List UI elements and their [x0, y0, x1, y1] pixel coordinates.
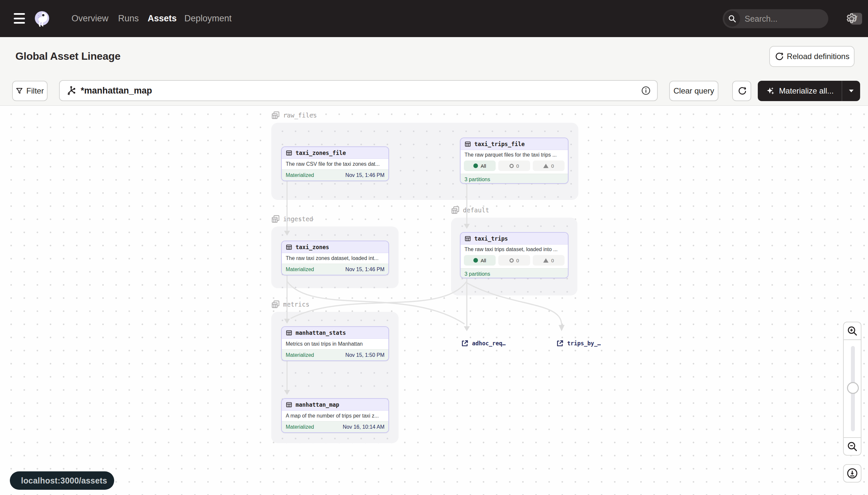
search-icon [724, 11, 740, 27]
asset-description: The raw parquet files for the taxi trips… [461, 150, 568, 160]
download-graph-button[interactable] [843, 464, 862, 482]
lineage-canvas[interactable]: raw_files ingested default metrics [0, 106, 868, 495]
nav-runs[interactable]: Runs [118, 0, 139, 37]
url-text: localhost:3000/assets [21, 476, 107, 485]
asset-footer: Materialized Nov 15, 1:46 PM [282, 169, 388, 181]
asset-node-header: taxi_zones_file [282, 147, 388, 159]
partition-health-pills: All 0 0 [461, 254, 568, 268]
asset-description: A map of the number of trips per taxi z.… [282, 411, 388, 421]
asset-graph-icon [66, 86, 76, 96]
table-icon [464, 235, 471, 242]
materialized-status: Materialized [286, 267, 314, 272]
asset-footer: Materialized Nov 15, 1:50 PM [282, 349, 388, 360]
external-link-icon [461, 339, 469, 347]
asset-footer: Materialized Nov 16, 10:14 AM [282, 421, 388, 432]
asset-node-taxi-trips[interactable]: taxi_trips The raw taxi trips dataset, l… [460, 232, 568, 278]
materialized-timestamp: Nov 15, 1:50 PM [346, 352, 385, 358]
page-title: Global Asset Lineage [15, 50, 120, 62]
table-icon [286, 329, 292, 336]
query-value[interactable] [81, 86, 641, 96]
table-icon [286, 150, 292, 156]
failed-triangle-icon [543, 258, 548, 262]
zoom-out-button[interactable] [843, 437, 862, 456]
asset-description: The raw taxi trips dataset, loaded into … [461, 244, 568, 254]
filter-button[interactable]: Filter [12, 81, 48, 101]
zoom-out-icon [847, 441, 857, 452]
materialized-timestamp: Nov 15, 1:46 PM [346, 267, 385, 272]
table-icon [286, 402, 292, 408]
partitions-missing-pill[interactable]: 0 [498, 255, 530, 266]
global-search[interactable]: / [723, 9, 828, 28]
asset-description: Metrics on taxi trips in Manhattan [282, 339, 388, 349]
group-tables-icon [271, 111, 280, 119]
asset-title: taxi_zones [296, 244, 329, 251]
partitions-all-pill[interactable]: All [464, 160, 496, 171]
partitions-missing-pill[interactable]: 0 [498, 160, 530, 171]
asset-node-header: taxi_trips [461, 233, 568, 244]
failed-triangle-icon [543, 164, 548, 168]
nav-assets[interactable]: Assets [148, 0, 177, 37]
partitions-count: 3 partitions [464, 176, 490, 183]
success-dot-icon [473, 258, 478, 262]
menu-icon[interactable] [14, 13, 25, 24]
partitions-failed-pill[interactable]: 0 [533, 255, 565, 266]
lineage-toolbar: Filter Clear query [0, 75, 868, 106]
group-tables-icon [451, 206, 460, 214]
asset-node-header: taxi_trips_file [461, 138, 568, 150]
external-asset-link-trips-by[interactable]: trips_by_… [556, 339, 601, 347]
refresh-icon [775, 52, 783, 61]
asset-query-input[interactable] [59, 80, 658, 101]
asset-title: manhattan_map [296, 402, 339, 408]
missing-ring-icon [510, 258, 514, 262]
asset-footer: 3 partitions [461, 174, 568, 184]
reload-definitions-button[interactable]: Reload definitions [769, 46, 854, 67]
refresh-icon [738, 87, 746, 95]
missing-ring-icon [510, 164, 514, 168]
asset-node-manhattan-map[interactable]: manhattan_map A map of the number of tri… [281, 398, 389, 433]
external-link-icon [556, 339, 564, 347]
materialize-dropdown-caret[interactable] [842, 81, 860, 101]
partitions-count: 3 partitions [464, 271, 490, 277]
asset-description: The raw taxi zones dataset, loaded int..… [282, 253, 388, 263]
dagster-logo[interactable] [33, 10, 51, 28]
top-nav: Overview Runs Assets Deployment / [0, 0, 868, 37]
materialize-all-button[interactable]: Materialize all... [758, 81, 860, 101]
asset-node-header: manhattan_stats [282, 327, 388, 339]
materialized-status: Materialized [286, 172, 314, 178]
group-label-raw-files[interactable]: raw_files [271, 110, 317, 120]
materialized-timestamp: Nov 16, 10:14 AM [343, 424, 385, 430]
materialized-timestamp: Nov 15, 1:46 PM [346, 172, 385, 178]
refresh-query-button[interactable] [732, 81, 751, 101]
asset-node-taxi-zones-file[interactable]: taxi_zones_file The raw CSV file for the… [281, 147, 389, 181]
asset-title: taxi_zones_file [296, 150, 346, 156]
partitions-all-pill[interactable]: All [464, 255, 496, 266]
asset-node-taxi-trips-file[interactable]: taxi_trips_file The raw parquet files fo… [460, 138, 568, 184]
search-input[interactable] [745, 14, 850, 24]
info-icon[interactable] [641, 86, 651, 95]
group-label-ingested[interactable]: ingested [271, 214, 313, 224]
browser-url-overlay: localhost:3000/assets [10, 471, 114, 490]
download-icon [847, 468, 858, 479]
nav-deployment[interactable]: Deployment [184, 0, 232, 37]
external-asset-link-adhoc-request[interactable]: adhoc_req… [461, 339, 506, 347]
partitions-failed-pill[interactable]: 0 [533, 160, 565, 171]
asset-title: manhattan_stats [296, 329, 346, 336]
asset-node-taxi-zones[interactable]: taxi_zones The raw taxi zones dataset, l… [281, 241, 389, 275]
materialize-all-main[interactable]: Materialize all... [758, 81, 842, 101]
group-tables-icon [271, 215, 280, 223]
clear-query-button[interactable]: Clear query [669, 81, 719, 101]
group-tables-icon [271, 300, 280, 309]
partition-health-pills: All 0 0 [461, 160, 568, 174]
group-label-default[interactable]: default [451, 205, 489, 215]
sparkle-icon [766, 86, 775, 96]
zoom-in-button[interactable] [843, 322, 862, 340]
chevron-down-icon [848, 89, 854, 93]
settings-gear-icon[interactable] [845, 12, 858, 25]
zoom-slider-handle[interactable] [847, 382, 859, 394]
zoom-slider[interactable] [843, 340, 862, 437]
asset-node-header: taxi_zones [282, 241, 388, 253]
group-label-metrics[interactable]: metrics [271, 300, 309, 309]
materialized-status: Materialized [286, 352, 314, 358]
nav-overview[interactable]: Overview [72, 0, 109, 37]
asset-node-manhattan-stats[interactable]: manhattan_stats Metrics on taxi trips in… [281, 326, 389, 361]
